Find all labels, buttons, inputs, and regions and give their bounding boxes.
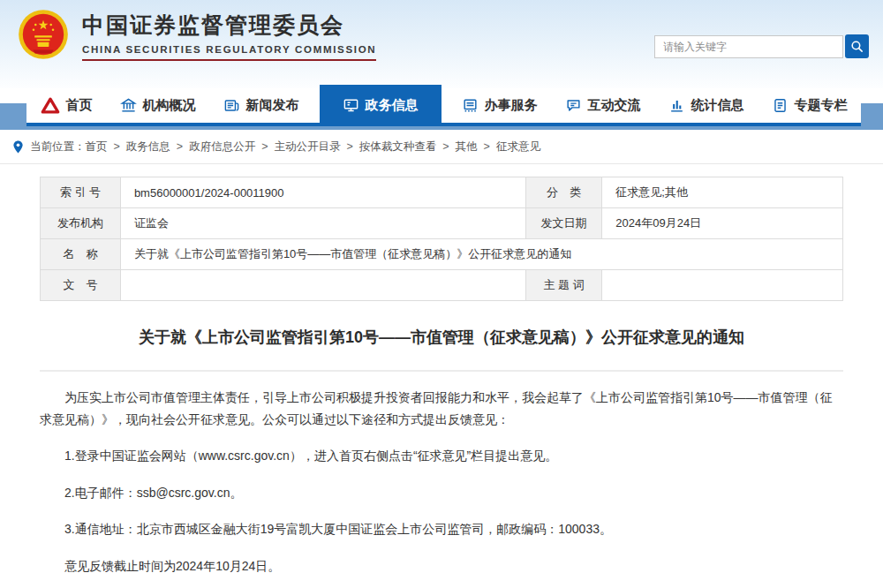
paragraph-intro: 为压实上市公司市值管理主体责任，引导上市公司积极提升投资者回报能力和水平，我会起… — [40, 387, 843, 430]
issuing-agency-value: 证监会 — [120, 208, 525, 239]
article-content: 索 引 号 bm56000001/2024-00011900 分 类 征求意见;… — [0, 164, 883, 577]
bar-chart-icon — [668, 97, 685, 114]
org-name-en: CHINA SECURITIES REGULATORY COMMISSION — [82, 44, 376, 61]
breadcrumb-separator: > — [442, 140, 449, 153]
nav-item-home[interactable]: 首页 — [34, 87, 100, 124]
national-emblem-icon — [18, 9, 69, 64]
paragraph-deadline: 意见反馈截止时间为2024年10月24日。 — [40, 555, 843, 577]
nav-bar: 首页 机构概况 新闻发布 — [26, 88, 861, 126]
document-name-label: 名 称 — [41, 239, 121, 270]
breadcrumb-item-by-type[interactable]: 按体裁文种查看 — [359, 139, 437, 155]
nav-item-statistics[interactable]: 统计信息 — [661, 87, 751, 124]
nav-item-news[interactable]: 新闻发布 — [216, 87, 306, 124]
breadcrumb-item-government-info[interactable]: 政务信息 — [126, 139, 170, 155]
index-number-label: 索 引 号 — [41, 177, 121, 208]
table-row: 文 号 主 题 词 — [41, 270, 843, 301]
document-name-value: 关于就《上市公司监管指引第10号——市值管理（征求意见稿）》公开征求意见的通知 — [120, 239, 842, 270]
issue-date-value: 2024年09月24日 — [602, 208, 843, 239]
main-nav: 首页 机构概况 新闻发布 — [0, 88, 883, 130]
document-number-value — [120, 270, 525, 301]
table-row: 索 引 号 bm56000001/2024-00011900 分 类 征求意见;… — [41, 177, 843, 208]
csrc-logo-icon — [41, 96, 60, 116]
table-row: 名 称 关于就《上市公司监管指引第10号——市值管理（征求意见稿）》公开征求意见… — [41, 239, 843, 270]
nav-item-label: 机构概况 — [143, 97, 196, 114]
nav-item-special-topics[interactable]: 专题专栏 — [765, 87, 855, 124]
breadcrumb-item-home[interactable]: 首页 — [86, 139, 108, 155]
site-search — [654, 34, 869, 58]
news-icon — [223, 97, 240, 114]
monitor-icon — [343, 97, 359, 114]
index-number-value: bm56000001/2024-00011900 — [120, 177, 525, 208]
chat-icon — [565, 97, 582, 114]
subject-words-value — [602, 270, 843, 301]
breadcrumb-item-catalog[interactable]: 主动公开目录 — [274, 139, 340, 155]
bank-icon — [120, 97, 137, 114]
breadcrumb-item-other[interactable]: 其他 — [456, 139, 478, 155]
breadcrumb: 当前位置： 首页 > 政务信息 > 政府信息公开 > 主动公开目录 > 按体裁文… — [0, 130, 883, 164]
site-header: 中国证券监督管理委员会 CHINA SECURITIES REGULATORY … — [0, 0, 883, 88]
issue-date-label: 发文日期 — [525, 208, 601, 239]
doc-icon — [772, 97, 789, 114]
service-list-icon — [462, 97, 479, 114]
search-icon — [849, 39, 864, 54]
category-value: 征求意见;其他 — [602, 177, 843, 208]
brand-text: 中国证券监督管理委员会 CHINA SECURITIES REGULATORY … — [82, 11, 376, 60]
nav-item-label: 统计信息 — [691, 97, 744, 114]
document-info-table: 索 引 号 bm56000001/2024-00011900 分 类 征求意见;… — [40, 177, 843, 301]
paragraph-method-email: 2.电子邮件：ssb@csrc.gov.cn。 — [40, 482, 843, 504]
breadcrumb-separator: > — [114, 140, 120, 153]
paragraph-method-website: 1.登录中国证监会网站（www.csrc.gov.cn），进入首页右侧点击“征求… — [40, 445, 843, 467]
search-button[interactable] — [845, 34, 869, 58]
nav-item-label: 新闻发布 — [246, 97, 299, 114]
nav-item-interaction[interactable]: 互动交流 — [558, 87, 648, 124]
title-divider — [40, 370, 843, 372]
nav-item-government-info[interactable]: 政务信息 — [320, 85, 442, 126]
location-pin-icon — [12, 140, 24, 154]
csrc-webpage: 中国证券监督管理委员会 CHINA SECURITIES REGULATORY … — [0, 0, 883, 588]
article-body: 为压实上市公司市值管理主体责任，引导上市公司积极提升投资者回报能力和水平，我会起… — [40, 387, 843, 577]
nav-item-about[interactable]: 机构概况 — [113, 87, 203, 124]
breadcrumb-separator: > — [484, 140, 490, 153]
breadcrumb-separator: > — [346, 140, 352, 153]
table-row: 发布机构 证监会 发文日期 2024年09月24日 — [41, 208, 843, 239]
subject-words-label: 主 题 词 — [525, 270, 601, 301]
nav-item-label: 首页 — [66, 97, 93, 114]
breadcrumb-prefix: 当前位置： — [30, 139, 86, 155]
page-title: 关于就《上市公司监管指引第10号——市值管理（征求意见稿）》公开征求意见的通知 — [40, 327, 843, 348]
issuing-agency-label: 发布机构 — [41, 208, 121, 239]
breadcrumb-separator: > — [261, 140, 268, 153]
breadcrumb-item-info-disclosure[interactable]: 政府信息公开 — [189, 139, 255, 155]
site-brand: 中国证券监督管理委员会 CHINA SECURITIES REGULATORY … — [18, 9, 376, 64]
nav-item-label: 互动交流 — [588, 97, 641, 114]
paragraph-method-mail: 3.通信地址：北京市西城区金融大街19号富凯大厦中国证监会上市公司监管司，邮政编… — [40, 518, 843, 540]
category-label: 分 类 — [525, 177, 601, 208]
nav-item-label: 政务信息 — [366, 97, 419, 114]
breadcrumb-item-solicitation[interactable]: 征求意见 — [496, 139, 540, 155]
nav-item-label: 专题专栏 — [795, 97, 848, 114]
nav-item-services[interactable]: 办事服务 — [455, 87, 545, 124]
document-number-label: 文 号 — [41, 270, 121, 301]
nav-item-label: 办事服务 — [485, 97, 538, 114]
search-input[interactable] — [654, 35, 843, 58]
org-name-cn: 中国证券监督管理委员会 — [82, 11, 376, 39]
breadcrumb-separator: > — [177, 140, 183, 153]
